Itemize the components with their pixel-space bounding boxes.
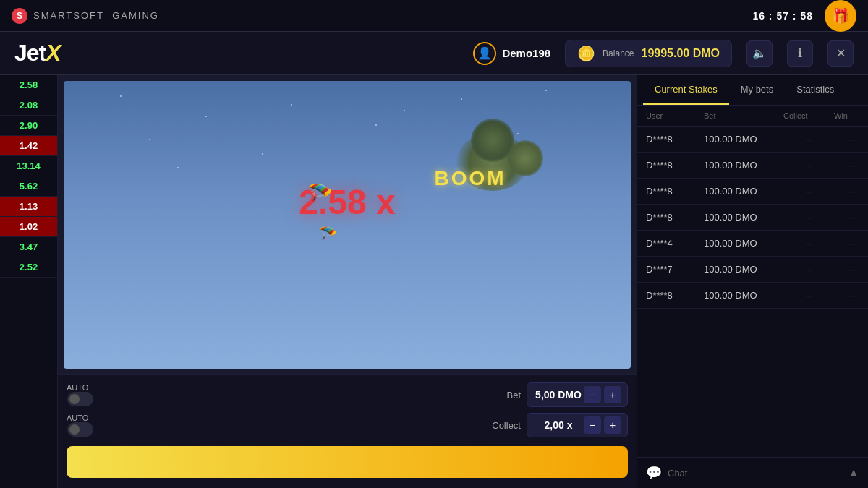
collect-control-row: AUTO Collect 2,00 x − +	[67, 413, 628, 437]
tab-current-stakes[interactable]: Current Stakes	[643, 75, 729, 105]
cell-user: D****8	[646, 160, 704, 171]
coin-icon: 🪙	[577, 45, 595, 62]
cell-user: D****8	[646, 134, 704, 145]
left-sidebar: 2.58 2.08 2.90 1.42 13.14 5.62 1.13 1.02…	[0, 75, 58, 488]
bet-control-row: AUTO Bet 5,00 DMO − +	[67, 382, 628, 407]
tab-statistics[interactable]: Statistics	[785, 75, 846, 105]
right-panel: Current Stakes My bets Statistics User B…	[637, 75, 868, 488]
cell-collect: --	[783, 160, 834, 171]
table-header: User Bet Collect Win	[637, 106, 868, 127]
tab-my-bets[interactable]: My bets	[729, 75, 786, 105]
cell-collect: --	[783, 212, 834, 223]
col-header-bet: Bet	[704, 111, 783, 120]
game-canvas: BOOM 2.58 x 🪂 🪂	[64, 81, 631, 369]
auto-label-2: AUTO	[67, 414, 88, 422]
game-area: BOOM 2.58 x 🪂 🪂 AUTO Bet 5,00 DMO − +	[58, 75, 637, 488]
cell-bet: 100.00 DMO	[704, 238, 783, 249]
cell-user: D****8	[646, 186, 704, 197]
tabs: Current Stakes My bets Statistics	[637, 75, 868, 106]
bet-value: 5,00 DMO	[533, 389, 584, 401]
cell-bet: 100.00 DMO	[704, 212, 783, 223]
cell-bet: 100.00 DMO	[704, 160, 783, 171]
cell-win: --	[834, 160, 868, 171]
cell-collect: --	[783, 238, 834, 249]
balance-label: Balance	[603, 48, 634, 59]
table-body: D****8 100.00 DMO -- -- D****8 100.00 DM…	[637, 127, 868, 457]
auto-toggle-1[interactable]	[67, 392, 93, 406]
parachute-small-icon: 🪂	[319, 225, 337, 242]
list-item: 2.08	[0, 95, 57, 116]
top-right: 16 : 57 : 58 🎁	[752, 0, 856, 32]
collect-label: Collect	[492, 420, 521, 431]
auto-toggle-2[interactable]	[67, 422, 93, 437]
main-layout: 2.58 2.08 2.90 1.42 13.14 5.62 1.13 1.02…	[0, 75, 868, 488]
collect-value: 2,00 x	[533, 419, 584, 431]
collect-input-box: 2,00 x − +	[527, 413, 628, 437]
brand-main: SMARTSOFT	[33, 10, 104, 21]
cell-win: --	[834, 186, 868, 197]
balance-amount: 19995.00 DMO	[641, 47, 720, 60]
cell-user: D****7	[646, 264, 704, 275]
cell-bet: 100.00 DMO	[704, 186, 783, 197]
top-bar: S SMARTSOFT GAMING 16 : 57 : 58 🎁	[0, 0, 868, 32]
controls-area: AUTO Bet 5,00 DMO − + AUTO Collect	[58, 374, 637, 488]
brand-icon: S	[12, 8, 27, 24]
stars-bg	[64, 81, 631, 369]
info-button[interactable]: ℹ	[787, 40, 813, 67]
list-item: 5.62	[0, 176, 57, 197]
bet-plus-button[interactable]: +	[604, 386, 621, 403]
cell-bet: 100.00 DMO	[704, 290, 783, 301]
cell-user: D****8	[646, 290, 704, 301]
chat-icon: 💬	[646, 465, 662, 481]
bet-button[interactable]	[67, 446, 628, 478]
col-header-user: User	[646, 111, 704, 120]
cell-collect: --	[783, 134, 834, 145]
cell-win: --	[834, 264, 868, 275]
cell-collect: --	[783, 290, 834, 301]
bet-minus-button[interactable]: −	[584, 386, 601, 403]
brand-sub: GAMING	[112, 10, 159, 21]
list-item: 13.14	[0, 156, 57, 176]
list-item: 1.13	[0, 197, 57, 217]
table-row: D****8 100.00 DMO -- --	[637, 179, 868, 205]
close-button[interactable]: ✕	[827, 40, 854, 67]
cell-bet: 100.00 DMO	[704, 264, 783, 275]
balance-box: 🪙 Balance 19995.00 DMO	[565, 40, 732, 67]
gift-button[interactable]: 🎁	[825, 0, 856, 32]
cell-win: --	[834, 134, 868, 145]
table-row: D****8 100.00 DMO -- --	[637, 205, 868, 231]
table-row: D****4 100.00 DMO -- --	[637, 231, 868, 257]
col-header-win: Win	[834, 111, 868, 120]
cell-user: D****4	[646, 238, 704, 249]
cell-user: D****8	[646, 212, 704, 223]
bet-label: Bet	[506, 390, 521, 401]
table-row: D****8 100.00 DMO -- --	[637, 153, 868, 179]
auto-label-1: AUTO	[67, 383, 88, 392]
list-item: 2.52	[0, 257, 57, 278]
username: Demo198	[502, 47, 550, 59]
brand-name: SMARTSOFT GAMING	[33, 10, 159, 21]
boom-text: BOOM	[434, 167, 506, 190]
cell-collect: --	[783, 186, 834, 197]
sound-button[interactable]: 🔈	[746, 40, 773, 67]
cell-bet: 100.00 DMO	[704, 134, 783, 145]
header: JetX 👤 Demo198 🪙 Balance 19995.00 DMO 🔈 …	[0, 32, 868, 75]
cell-win: --	[834, 212, 868, 223]
avatar: 👤	[473, 42, 496, 65]
time-display: 16 : 57 : 58	[752, 10, 813, 22]
bet-input-box: 5,00 DMO − +	[527, 382, 628, 407]
list-item: 2.58	[0, 75, 57, 95]
table-row: D****8 100.00 DMO -- --	[637, 127, 868, 153]
collect-plus-button[interactable]: +	[604, 416, 621, 434]
collect-minus-button[interactable]: −	[584, 416, 601, 434]
cell-win: --	[834, 238, 868, 249]
cell-collect: --	[783, 264, 834, 275]
brand: S SMARTSOFT GAMING	[12, 8, 159, 24]
cell-win: --	[834, 290, 868, 301]
chat-bar[interactable]: 💬 Chat ▲	[637, 457, 868, 488]
chat-label: Chat	[668, 468, 842, 479]
table-row: D****7 100.00 DMO -- --	[637, 257, 868, 283]
list-item: 3.47	[0, 237, 57, 257]
col-header-collect: Collect	[783, 111, 834, 120]
parachute-icon: 🪂	[307, 181, 333, 205]
